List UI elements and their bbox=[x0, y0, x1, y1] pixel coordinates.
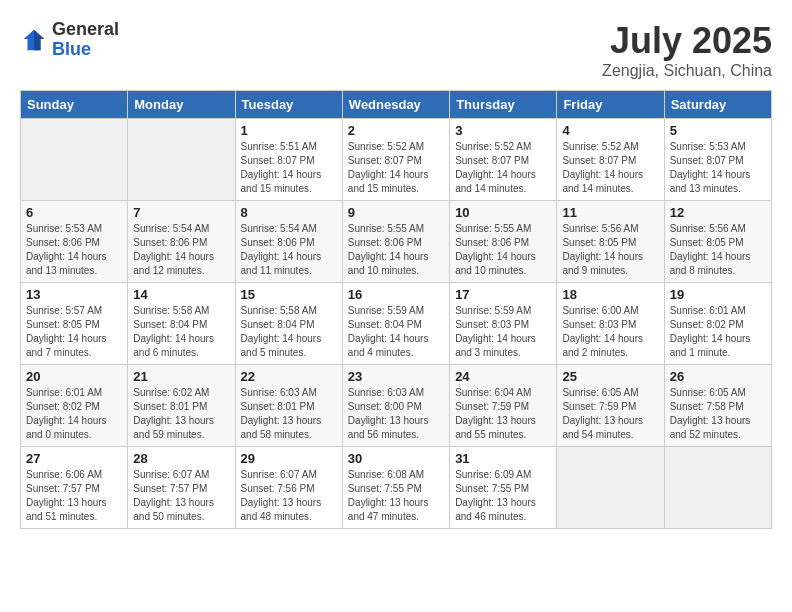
day-info: Sunrise: 5:54 AMSunset: 8:06 PMDaylight:… bbox=[133, 222, 229, 278]
day-info: Sunrise: 5:54 AMSunset: 8:06 PMDaylight:… bbox=[241, 222, 337, 278]
calendar-cell: 18Sunrise: 6:00 AMSunset: 8:03 PMDayligh… bbox=[557, 283, 664, 365]
calendar-cell: 12Sunrise: 5:56 AMSunset: 8:05 PMDayligh… bbox=[664, 201, 771, 283]
day-info: Sunrise: 6:03 AMSunset: 8:01 PMDaylight:… bbox=[241, 386, 337, 442]
calendar-cell: 17Sunrise: 5:59 AMSunset: 8:03 PMDayligh… bbox=[450, 283, 557, 365]
calendar-cell: 10Sunrise: 5:55 AMSunset: 8:06 PMDayligh… bbox=[450, 201, 557, 283]
day-number: 1 bbox=[241, 123, 337, 138]
day-number: 25 bbox=[562, 369, 658, 384]
weekday-header-wednesday: Wednesday bbox=[342, 91, 449, 119]
day-number: 17 bbox=[455, 287, 551, 302]
day-number: 19 bbox=[670, 287, 766, 302]
day-info: Sunrise: 6:09 AMSunset: 7:55 PMDaylight:… bbox=[455, 468, 551, 524]
location-title: Zengjia, Sichuan, China bbox=[602, 62, 772, 80]
calendar-cell: 19Sunrise: 6:01 AMSunset: 8:02 PMDayligh… bbox=[664, 283, 771, 365]
calendar-cell: 28Sunrise: 6:07 AMSunset: 7:57 PMDayligh… bbox=[128, 447, 235, 529]
day-info: Sunrise: 5:56 AMSunset: 8:05 PMDaylight:… bbox=[670, 222, 766, 278]
day-info: Sunrise: 5:52 AMSunset: 8:07 PMDaylight:… bbox=[348, 140, 444, 196]
week-row-4: 27Sunrise: 6:06 AMSunset: 7:57 PMDayligh… bbox=[21, 447, 772, 529]
calendar-cell bbox=[664, 447, 771, 529]
logo-general-text: General bbox=[52, 20, 119, 40]
weekday-header-monday: Monday bbox=[128, 91, 235, 119]
day-info: Sunrise: 6:07 AMSunset: 7:56 PMDaylight:… bbox=[241, 468, 337, 524]
weekday-header-tuesday: Tuesday bbox=[235, 91, 342, 119]
day-info: Sunrise: 6:01 AMSunset: 8:02 PMDaylight:… bbox=[26, 386, 122, 442]
calendar-cell: 20Sunrise: 6:01 AMSunset: 8:02 PMDayligh… bbox=[21, 365, 128, 447]
calendar-cell: 4Sunrise: 5:52 AMSunset: 8:07 PMDaylight… bbox=[557, 119, 664, 201]
weekday-header-saturday: Saturday bbox=[664, 91, 771, 119]
calendar-cell: 26Sunrise: 6:05 AMSunset: 7:58 PMDayligh… bbox=[664, 365, 771, 447]
day-number: 11 bbox=[562, 205, 658, 220]
calendar-cell: 5Sunrise: 5:53 AMSunset: 8:07 PMDaylight… bbox=[664, 119, 771, 201]
calendar-cell: 16Sunrise: 5:59 AMSunset: 8:04 PMDayligh… bbox=[342, 283, 449, 365]
day-number: 12 bbox=[670, 205, 766, 220]
day-info: Sunrise: 5:53 AMSunset: 8:07 PMDaylight:… bbox=[670, 140, 766, 196]
day-number: 2 bbox=[348, 123, 444, 138]
calendar-cell: 30Sunrise: 6:08 AMSunset: 7:55 PMDayligh… bbox=[342, 447, 449, 529]
calendar-cell: 31Sunrise: 6:09 AMSunset: 7:55 PMDayligh… bbox=[450, 447, 557, 529]
calendar-cell: 14Sunrise: 5:58 AMSunset: 8:04 PMDayligh… bbox=[128, 283, 235, 365]
calendar-cell: 21Sunrise: 6:02 AMSunset: 8:01 PMDayligh… bbox=[128, 365, 235, 447]
day-number: 20 bbox=[26, 369, 122, 384]
day-info: Sunrise: 6:06 AMSunset: 7:57 PMDaylight:… bbox=[26, 468, 122, 524]
day-number: 21 bbox=[133, 369, 229, 384]
day-number: 9 bbox=[348, 205, 444, 220]
title-block: July 2025 Zengjia, Sichuan, China bbox=[602, 20, 772, 80]
calendar-cell: 27Sunrise: 6:06 AMSunset: 7:57 PMDayligh… bbox=[21, 447, 128, 529]
day-number: 27 bbox=[26, 451, 122, 466]
day-info: Sunrise: 6:07 AMSunset: 7:57 PMDaylight:… bbox=[133, 468, 229, 524]
calendar-cell: 15Sunrise: 5:58 AMSunset: 8:04 PMDayligh… bbox=[235, 283, 342, 365]
day-number: 28 bbox=[133, 451, 229, 466]
day-number: 14 bbox=[133, 287, 229, 302]
day-info: Sunrise: 6:03 AMSunset: 8:00 PMDaylight:… bbox=[348, 386, 444, 442]
week-row-0: 1Sunrise: 5:51 AMSunset: 8:07 PMDaylight… bbox=[21, 119, 772, 201]
day-info: Sunrise: 5:52 AMSunset: 8:07 PMDaylight:… bbox=[455, 140, 551, 196]
day-number: 10 bbox=[455, 205, 551, 220]
day-info: Sunrise: 6:08 AMSunset: 7:55 PMDaylight:… bbox=[348, 468, 444, 524]
day-info: Sunrise: 5:57 AMSunset: 8:05 PMDaylight:… bbox=[26, 304, 122, 360]
week-row-2: 13Sunrise: 5:57 AMSunset: 8:05 PMDayligh… bbox=[21, 283, 772, 365]
day-number: 15 bbox=[241, 287, 337, 302]
day-number: 8 bbox=[241, 205, 337, 220]
day-number: 18 bbox=[562, 287, 658, 302]
weekday-header-thursday: Thursday bbox=[450, 91, 557, 119]
day-info: Sunrise: 5:56 AMSunset: 8:05 PMDaylight:… bbox=[562, 222, 658, 278]
calendar-cell: 3Sunrise: 5:52 AMSunset: 8:07 PMDaylight… bbox=[450, 119, 557, 201]
day-number: 29 bbox=[241, 451, 337, 466]
calendar-cell: 9Sunrise: 5:55 AMSunset: 8:06 PMDaylight… bbox=[342, 201, 449, 283]
day-info: Sunrise: 5:52 AMSunset: 8:07 PMDaylight:… bbox=[562, 140, 658, 196]
calendar-cell: 11Sunrise: 5:56 AMSunset: 8:05 PMDayligh… bbox=[557, 201, 664, 283]
calendar-cell: 25Sunrise: 6:05 AMSunset: 7:59 PMDayligh… bbox=[557, 365, 664, 447]
calendar-header: SundayMondayTuesdayWednesdayThursdayFrid… bbox=[21, 91, 772, 119]
logo-blue-text: Blue bbox=[52, 40, 119, 60]
calendar-cell: 7Sunrise: 5:54 AMSunset: 8:06 PMDaylight… bbox=[128, 201, 235, 283]
day-info: Sunrise: 6:05 AMSunset: 7:59 PMDaylight:… bbox=[562, 386, 658, 442]
calendar-cell: 23Sunrise: 6:03 AMSunset: 8:00 PMDayligh… bbox=[342, 365, 449, 447]
calendar-cell: 2Sunrise: 5:52 AMSunset: 8:07 PMDaylight… bbox=[342, 119, 449, 201]
day-number: 7 bbox=[133, 205, 229, 220]
svg-marker-1 bbox=[34, 30, 44, 51]
day-number: 31 bbox=[455, 451, 551, 466]
calendar-cell bbox=[128, 119, 235, 201]
day-info: Sunrise: 5:58 AMSunset: 8:04 PMDaylight:… bbox=[241, 304, 337, 360]
calendar-body: 1Sunrise: 5:51 AMSunset: 8:07 PMDaylight… bbox=[21, 119, 772, 529]
day-info: Sunrise: 5:58 AMSunset: 8:04 PMDaylight:… bbox=[133, 304, 229, 360]
day-info: Sunrise: 5:53 AMSunset: 8:06 PMDaylight:… bbox=[26, 222, 122, 278]
day-info: Sunrise: 6:01 AMSunset: 8:02 PMDaylight:… bbox=[670, 304, 766, 360]
day-number: 4 bbox=[562, 123, 658, 138]
day-number: 3 bbox=[455, 123, 551, 138]
calendar-cell: 8Sunrise: 5:54 AMSunset: 8:06 PMDaylight… bbox=[235, 201, 342, 283]
day-info: Sunrise: 6:05 AMSunset: 7:58 PMDaylight:… bbox=[670, 386, 766, 442]
page-header: General Blue July 2025 Zengjia, Sichuan,… bbox=[20, 20, 772, 80]
day-number: 16 bbox=[348, 287, 444, 302]
day-info: Sunrise: 5:55 AMSunset: 8:06 PMDaylight:… bbox=[348, 222, 444, 278]
logo-icon bbox=[20, 26, 48, 54]
day-info: Sunrise: 5:55 AMSunset: 8:06 PMDaylight:… bbox=[455, 222, 551, 278]
weekday-header-friday: Friday bbox=[557, 91, 664, 119]
calendar-cell bbox=[557, 447, 664, 529]
day-info: Sunrise: 5:51 AMSunset: 8:07 PMDaylight:… bbox=[241, 140, 337, 196]
calendar-table: SundayMondayTuesdayWednesdayThursdayFrid… bbox=[20, 90, 772, 529]
day-number: 30 bbox=[348, 451, 444, 466]
weekday-header-row: SundayMondayTuesdayWednesdayThursdayFrid… bbox=[21, 91, 772, 119]
weekday-header-sunday: Sunday bbox=[21, 91, 128, 119]
day-number: 6 bbox=[26, 205, 122, 220]
